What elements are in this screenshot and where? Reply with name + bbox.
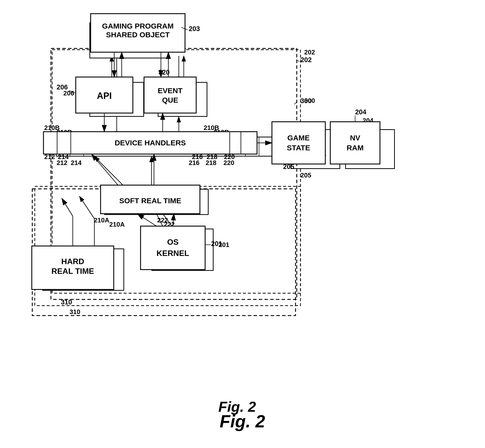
label-210b-left: 210B bbox=[57, 128, 72, 136]
svg-line-16 bbox=[79, 196, 94, 219]
svg-line-11 bbox=[94, 157, 127, 189]
os-kernel-box: OS KERNEL bbox=[151, 229, 214, 271]
label-203: 203 bbox=[171, 36, 182, 44]
diagram: 202 300 GAMING PROGRAM SHARED OBJECT 203… bbox=[20, 10, 454, 420]
label-216: 216 bbox=[189, 159, 199, 167]
label-201: 201 bbox=[219, 241, 229, 249]
game-state-box: GAME STATE bbox=[291, 129, 340, 169]
label-214: 214 bbox=[71, 159, 81, 167]
label-220: 220 bbox=[224, 159, 234, 167]
event-que-box: EVENT QUE bbox=[158, 82, 207, 117]
nv-ram-box: NV RAM bbox=[345, 129, 395, 169]
label-222: 222 bbox=[164, 221, 175, 228]
label-204: 204 bbox=[363, 117, 373, 124]
label-300: 300 bbox=[304, 97, 315, 105]
label-202: 202 bbox=[304, 48, 315, 56]
device-handlers-box: DEVICE HANDLERS bbox=[56, 137, 273, 157]
label-310: 310 bbox=[70, 308, 80, 316]
soft-real-time-box: SOFT REAL TIME bbox=[104, 189, 209, 215]
label-212: 212 bbox=[57, 159, 67, 167]
label-206: 206 bbox=[63, 89, 74, 97]
label-205: 205 bbox=[300, 171, 311, 179]
label-218: 218 bbox=[206, 159, 216, 167]
label-210b-right: 210B bbox=[214, 128, 229, 136]
hard-real-time-box: HARD REAL TIME bbox=[42, 248, 124, 291]
label-320: 320 bbox=[174, 77, 185, 85]
api-box: API bbox=[89, 82, 144, 117]
label-210a: 210A bbox=[109, 221, 125, 228]
gaming-program-box: GAMING PROGRAM SHARED OBJECT bbox=[89, 22, 169, 58]
figure-label: Fig. 2 bbox=[218, 398, 256, 415]
